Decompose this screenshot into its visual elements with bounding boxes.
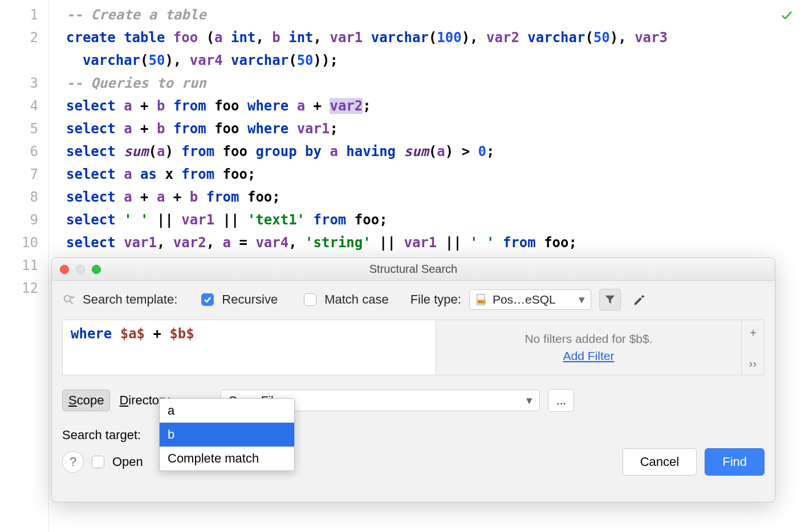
matchcase-checkbox[interactable]: [304, 293, 316, 306]
chevron-down-icon: ▾: [579, 293, 585, 306]
matchcase-label: Match case: [324, 292, 389, 307]
add-filter-button[interactable]: ＋: [747, 325, 759, 340]
help-button[interactable]: ?: [62, 451, 84, 473]
search-template-input[interactable]: where $a$ + $b$: [63, 320, 436, 375]
line-number: 9: [0, 208, 38, 231]
line-number: 8: [0, 186, 38, 208]
chevron-down-icon: ▾: [526, 394, 532, 407]
line-number: 11: [0, 254, 38, 277]
svg-line-1: [70, 301, 73, 304]
filetype-value: Pos…eSQL: [493, 293, 556, 306]
search-target-dropdown[interactable]: a b Complete match: [159, 398, 295, 471]
add-filter-link[interactable]: Add Filter: [563, 349, 615, 363]
line-number: 12: [0, 277, 38, 300]
line-number: 1: [0, 3, 38, 26]
dialog-titlebar[interactable]: Structural Search: [52, 258, 775, 281]
scope-browse-button[interactable]: ...: [548, 389, 574, 412]
search-history-icon[interactable]: [62, 293, 75, 306]
analysis-ok-icon[interactable]: [779, 6, 795, 28]
svg-text:SQL: SQL: [478, 300, 484, 304]
dropdown-option-complete[interactable]: Complete match: [160, 447, 294, 470]
line-number: 3: [0, 72, 38, 95]
search-target-label: Search target:: [62, 428, 141, 443]
open-label: Open: [112, 455, 143, 469]
line-number: 2: [0, 26, 38, 72]
svg-marker-5: [605, 296, 615, 304]
cancel-button[interactable]: Cancel: [623, 448, 697, 476]
recursive-checkbox[interactable]: [201, 293, 214, 306]
dialog-title: Structural Search: [52, 263, 775, 276]
line-number: 5: [0, 117, 38, 140]
filetype-label: File type:: [410, 292, 461, 307]
dropdown-option-b[interactable]: b: [160, 423, 294, 447]
svg-point-0: [64, 296, 71, 302]
search-template-label: Search template:: [83, 292, 177, 307]
line-number: 4: [0, 95, 38, 117]
filter-panel: No filters added for $b$. Add Filter: [436, 320, 741, 375]
line-number: 6: [0, 140, 38, 163]
line-number: 7: [0, 163, 38, 186]
settings-button[interactable]: [629, 289, 650, 310]
recursive-label: Recursive: [222, 292, 278, 307]
line-number-gutter: 1 2 3 4 5 6 7 8 9 10 11 12: [0, 0, 49, 532]
expand-filters-button[interactable]: ››: [749, 357, 757, 370]
structural-search-dialog: Structural Search Search template: Recur…: [51, 257, 775, 502]
open-in-new-tab-checkbox[interactable]: [92, 456, 104, 468]
dropdown-option-a[interactable]: a: [160, 399, 294, 423]
line-number: 10: [0, 231, 38, 254]
no-filters-text: No filters added for $b$.: [525, 332, 652, 346]
find-button[interactable]: Find: [705, 448, 765, 476]
filetype-dropdown[interactable]: SQL Pos…eSQL ▾: [469, 289, 591, 310]
sql-file-icon: SQL: [475, 293, 488, 306]
scope-tab[interactable]: Scope: [62, 390, 110, 411]
filter-button[interactable]: [599, 289, 621, 310]
